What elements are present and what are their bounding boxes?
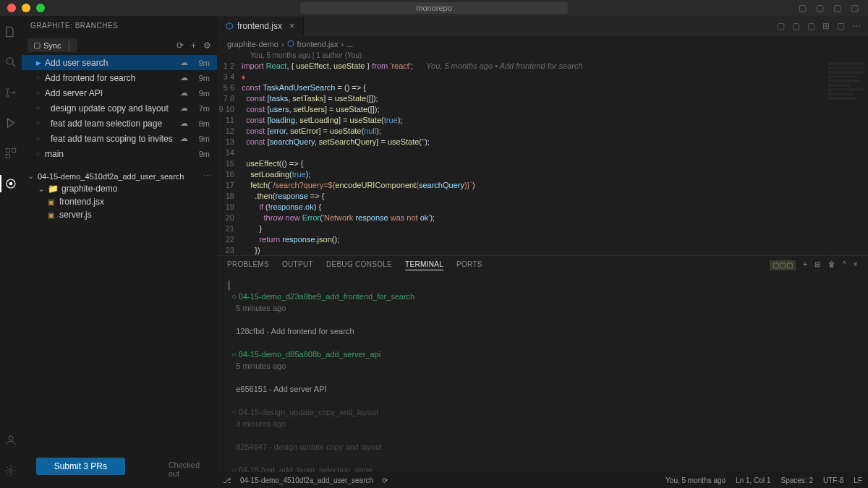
sync-button[interactable]: ▢ Sync │ — [27, 38, 77, 52]
explorer-header[interactable]: ⌄ 04-15-demo_4510df2a_add_user_search ⋯ — [27, 170, 211, 182]
branch-item[interactable]: Add frontend for search ☁ 9m — [22, 70, 217, 85]
problems-tab[interactable]: PROBLEMS — [227, 260, 269, 270]
sidebar-title: GRAPHITE: BRANCHES — [22, 16, 217, 35]
branch-name: Add frontend for search — [45, 73, 176, 83]
terminal-tab[interactable]: TERMINAL — [405, 260, 443, 270]
remote-indicator[interactable]: ⎇ — [223, 476, 231, 484]
explorer-icon[interactable] — [2, 23, 20, 40]
folder-icon: 📁 — [48, 184, 59, 194]
more-actions-icon[interactable]: ⋯ — [852, 21, 861, 31]
branch-item[interactable]: main 9m — [22, 146, 217, 161]
sync-panel-icon: ▢ — [33, 40, 41, 50]
editor-action-icon[interactable]: ▢ — [792, 21, 800, 31]
editor-action-icon[interactable]: ▢ — [837, 21, 845, 31]
file-row[interactable]: ▣ frontend.jsx — [27, 195, 211, 208]
ports-tab[interactable]: PORTS — [456, 260, 482, 270]
branch-item[interactable]: feat add team scoping to invites ☁ 9m — [22, 131, 217, 146]
source-control-icon[interactable] — [2, 84, 20, 101]
sidebar-footer: Submit 3 PRs Checked out — [22, 458, 217, 488]
cloud-icon: ☁ — [180, 73, 188, 82]
gear-icon[interactable]: ⚙ — [203, 40, 211, 51]
panel-action-icon[interactable]: ▢▢▢ — [770, 260, 796, 270]
svg-point-2 — [7, 95, 9, 97]
indentation[interactable]: Spaces: 2 — [781, 476, 813, 484]
account-icon[interactable] — [2, 432, 20, 449]
editor-action-icon[interactable]: ▢ — [807, 21, 815, 31]
refresh-icon[interactable]: ⟳ — [176, 40, 184, 51]
branch-time: 9m — [192, 89, 210, 98]
settings-icon[interactable] — [2, 462, 20, 479]
svg-point-1 — [7, 88, 9, 90]
chevron-down-icon: ⌄ — [38, 184, 45, 194]
breadcrumb-separator: › — [341, 40, 344, 48]
cloud-icon: ☁ — [180, 58, 188, 67]
graphite-icon[interactable] — [2, 175, 20, 192]
react-file-icon: ⬡ — [287, 39, 294, 48]
statusbar: ⎇ 04-15-demo_4510df2a_add_user_search ⟳ … — [217, 472, 868, 488]
split-terminal-icon[interactable]: ⊞ — [814, 260, 820, 270]
branch-indicator[interactable]: 04-15-demo_4510df2a_add_user_search — [240, 476, 373, 484]
branch-item[interactable]: Add user search ☁ 9m — [22, 55, 217, 70]
debug-icon[interactable] — [2, 114, 20, 132]
sidebar: GRAPHITE: BRANCHES ▢ Sync │ ⟳ + ⚙ Add us… — [22, 16, 217, 488]
sync-dropdown-icon: │ — [67, 41, 72, 50]
blame-indicator[interactable]: You, 5 months ago — [665, 476, 726, 484]
extensions-icon[interactable] — [2, 145, 20, 162]
cloud-icon: ☁ — [180, 119, 188, 128]
panel-tabs: PROBLEMS OUTPUT DEBUG CONSOLE TERMINAL P… — [217, 256, 868, 275]
minimap[interactable] — [825, 61, 868, 255]
maximize-panel-icon[interactable]: ^ — [843, 260, 846, 270]
folder-name: graphite-demo — [61, 184, 117, 194]
search-icon[interactable] — [2, 53, 20, 71]
code-lens[interactable]: You, 5 months ago | 1 author (You) — [217, 51, 868, 61]
explorer-section: ⌄ 04-15-demo_4510df2a_add_user_search ⋯ … — [22, 167, 217, 224]
file-icon: ▣ — [48, 198, 56, 206]
sync-label: Sync — [43, 41, 61, 50]
debug-console-tab[interactable]: DEBUG CONSOLE — [326, 260, 392, 270]
command-center[interactable]: monorepo — [300, 2, 568, 14]
code-editor[interactable]: 1 2 3 4 5 6 7 8 9 10 11 12 13 14 15 16 1… — [217, 61, 868, 255]
output-tab[interactable]: OUTPUT — [282, 260, 313, 270]
close-window-button[interactable] — [7, 4, 16, 12]
branch-item[interactable]: feat add team selection page ☁ 8m — [22, 116, 217, 131]
layout-icon[interactable]: ▢ — [851, 3, 861, 13]
close-panel-icon[interactable]: × — [854, 260, 858, 270]
branch-time: 9m — [192, 134, 210, 143]
editor-action-icon[interactable]: ▢ — [777, 21, 785, 31]
cursor-position[interactable]: Ln 1, Col 1 — [736, 476, 770, 484]
branch-name: feat add team selection page — [51, 119, 176, 129]
sync-indicator[interactable]: ⟳ — [382, 476, 388, 484]
editor-action-icon[interactable]: ⊞ — [822, 21, 830, 31]
branch-item[interactable]: Add server API ☁ 9m — [22, 85, 217, 100]
breadcrumb-folder: graphite-demo — [227, 40, 278, 48]
folder-row[interactable]: ⌄ 📁 graphite-demo — [27, 182, 211, 195]
kill-terminal-icon[interactable]: 🗑 — [828, 260, 835, 270]
layout-icon[interactable]: ▢ — [799, 3, 809, 13]
terminal-content[interactable]: │ ○ 04-15-demo_d23a8be9_add_frontend_for… — [217, 275, 868, 472]
branch-item[interactable]: design update copy and layout ☁ 7m — [22, 100, 217, 116]
window-controls — [7, 4, 45, 12]
file-name: server.js — [59, 210, 92, 220]
layout-icon[interactable]: ▢ — [833, 3, 843, 13]
eol[interactable]: LF — [854, 476, 862, 484]
branch-time: 9m — [192, 59, 210, 67]
react-file-icon: ⬡ — [226, 21, 233, 31]
add-icon[interactable]: + — [191, 40, 196, 51]
more-icon[interactable]: ⋯ — [203, 171, 211, 181]
panel: PROBLEMS OUTPUT DEBUG CONSOLE TERMINAL P… — [217, 255, 868, 472]
editor-tab[interactable]: ⬡ frontend.jsx × — [217, 17, 304, 35]
new-terminal-icon[interactable]: + — [803, 260, 807, 270]
explorer-root-label: 04-15-demo_4510df2a_add_user_search — [38, 172, 184, 181]
maximize-window-button[interactable] — [36, 4, 45, 12]
code-content[interactable]: import React, { useEffect, useState } fr… — [242, 61, 825, 255]
file-icon: ▣ — [48, 211, 56, 219]
encoding[interactable]: UTF-8 — [823, 476, 843, 484]
submit-prs-button[interactable]: Submit 3 PRs — [36, 458, 125, 475]
layout-icon[interactable]: ▢ — [816, 3, 826, 13]
minimize-window-button[interactable] — [22, 4, 30, 12]
close-tab-icon[interactable]: × — [289, 21, 294, 31]
breadcrumb[interactable]: graphite-demo › ⬡ frontend.jsx › ... — [217, 36, 868, 51]
breadcrumb-file: frontend.jsx — [297, 40, 339, 48]
file-row[interactable]: ▣ server.js — [27, 208, 211, 221]
svg-point-10 — [9, 469, 13, 473]
